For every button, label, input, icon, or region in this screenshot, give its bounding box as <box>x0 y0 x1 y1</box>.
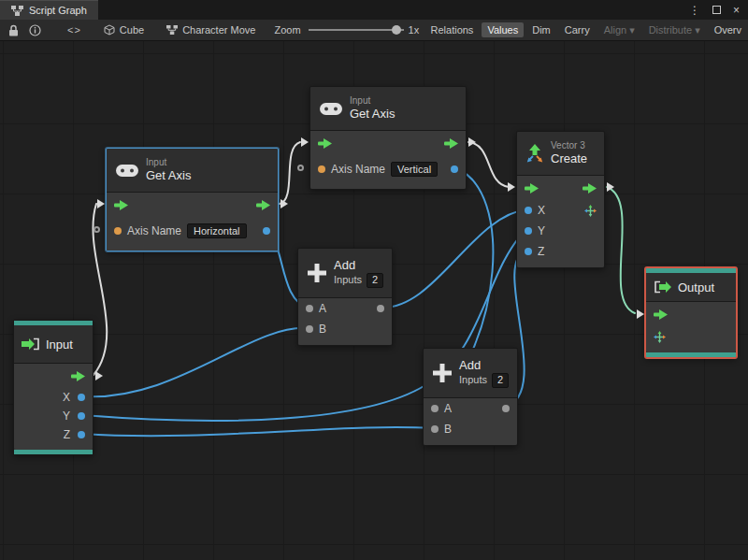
node-graph-output[interactable]: Output <box>645 267 737 358</box>
port-b-label: B <box>444 423 452 436</box>
node-get-axis-horizontal[interactable]: Input Get Axis Axis Name Horizontal <box>106 148 279 251</box>
node-title: Add <box>459 358 509 373</box>
code-icon[interactable]: <> <box>67 24 81 36</box>
sum-out-port[interactable] <box>502 405 510 412</box>
node-accent-strip <box>646 352 736 357</box>
node-vector3-create[interactable]: Vector 3 Create X Y <box>516 131 605 268</box>
green-arrow-in-icon[interactable] <box>654 309 668 320</box>
info-icon[interactable] <box>29 24 41 36</box>
unconnected-port[interactable] <box>297 165 304 171</box>
flow-out-port[interactable] <box>468 137 476 147</box>
axis-name-input[interactable]: Horizontal <box>187 223 247 238</box>
node-get-axis-vertical[interactable]: Input Get Axis Axis Name Vertical <box>309 86 467 190</box>
overview-button[interactable]: Overv <box>709 22 747 37</box>
node-header[interactable]: Add Inputs 2 <box>298 249 392 297</box>
inputs-count-field[interactable]: 2 <box>492 373 509 388</box>
menu-icon[interactable]: ⋮ <box>689 4 700 17</box>
node-category: Input <box>146 157 191 169</box>
distribute-label: Distribute <box>649 24 692 36</box>
zoom-value: 1x <box>409 24 420 36</box>
input-a-port[interactable] <box>306 305 313 312</box>
node-graph-input[interactable]: Input X Y Z <box>13 320 94 455</box>
flow-in-port[interactable] <box>301 137 309 147</box>
vector-out-port-icon[interactable] <box>584 205 597 217</box>
values-button[interactable]: Values <box>482 22 524 37</box>
zoom-slider[interactable] <box>309 25 404 35</box>
node-header[interactable]: Output <box>646 273 736 301</box>
input-b-port[interactable] <box>431 425 439 433</box>
inputs-count-field[interactable]: 2 <box>367 273 383 288</box>
relations-button[interactable]: Relations <box>425 22 480 37</box>
green-arrow-out-icon[interactable] <box>256 200 270 210</box>
flow-in-port[interactable] <box>637 309 644 319</box>
axis-name-port[interactable] <box>114 227 122 235</box>
node-header[interactable]: Vector 3 Create <box>517 132 604 175</box>
node-add-bottom[interactable]: Add Inputs 2 A B <box>423 348 518 446</box>
green-arrow-in-icon[interactable] <box>525 183 539 194</box>
z-out-port[interactable] <box>78 431 85 438</box>
graph-asset-icon <box>166 25 178 35</box>
green-arrow-in-icon[interactable] <box>114 200 128 210</box>
inputs-label: Inputs <box>459 374 487 387</box>
output-arrow-icon <box>654 280 672 294</box>
distribute-button[interactable]: Distribute ▾ <box>643 22 706 38</box>
zoom-slider-handle[interactable] <box>392 25 401 35</box>
node-header[interactable]: Add Inputs 2 <box>424 349 517 397</box>
vector-in-port-icon[interactable] <box>654 331 666 343</box>
flow-out-port[interactable] <box>607 182 614 192</box>
graph-label: Character Move <box>182 24 255 36</box>
align-button[interactable]: Align ▾ <box>598 22 640 38</box>
result-out-port[interactable] <box>451 165 458 173</box>
lock-icon[interactable] <box>8 24 19 36</box>
port-b-label: B <box>319 323 326 336</box>
input-a-port[interactable] <box>431 405 439 412</box>
input-b-port[interactable] <box>306 325 313 333</box>
flow-in-port[interactable] <box>508 182 515 192</box>
node-header[interactable]: Input <box>14 325 93 363</box>
node-title: Get Axis <box>146 168 191 183</box>
zoom-label: Zoom <box>274 24 300 36</box>
node-category: Input <box>350 95 395 108</box>
input-arrow-icon <box>22 337 40 351</box>
green-arrow-out-icon[interactable] <box>444 138 458 149</box>
cube-icon <box>104 24 115 36</box>
x-out-port[interactable] <box>78 394 85 401</box>
flow-out-port[interactable] <box>280 199 288 208</box>
toolbar-toggles: Relations Values Dim Carry Align ▾ Distr… <box>425 22 748 38</box>
green-arrow-out-icon[interactable] <box>583 183 597 194</box>
unconnected-port[interactable] <box>94 226 100 233</box>
node-add-top[interactable]: Add Inputs 2 A B <box>297 248 393 346</box>
tab-script-graph[interactable]: Script Graph <box>0 0 98 20</box>
y-in-port[interactable] <box>525 227 532 235</box>
tab-title: Script Graph <box>29 5 87 16</box>
target-label: Cube <box>120 24 144 36</box>
y-out-port[interactable] <box>78 412 85 420</box>
flow-in-port[interactable] <box>97 199 105 208</box>
node-title: Output <box>678 280 714 294</box>
green-arrow-out-icon[interactable] <box>71 371 85 381</box>
result-out-port[interactable] <box>263 227 270 235</box>
graph-breadcrumb[interactable]: Character Move <box>166 24 255 36</box>
axis-name-input[interactable]: Vertical <box>391 162 438 177</box>
carry-button[interactable]: Carry <box>559 22 596 37</box>
gamepad-icon <box>116 164 138 178</box>
node-title: Input <box>46 337 73 352</box>
node-header[interactable]: Input Get Axis <box>310 87 466 130</box>
axis-name-port[interactable] <box>318 165 325 173</box>
maximize-icon[interactable] <box>712 6 721 14</box>
script-graph-icon <box>11 6 23 16</box>
z-in-port[interactable] <box>525 248 532 255</box>
node-title: Create <box>551 151 587 166</box>
green-arrow-in-icon[interactable] <box>318 138 332 149</box>
chevron-down-icon: ▾ <box>629 24 635 36</box>
port-z-label: Z <box>64 428 70 441</box>
target-breadcrumb[interactable]: Cube <box>104 24 144 36</box>
flow-out-port[interactable] <box>95 371 103 381</box>
x-in-port[interactable] <box>525 207 532 214</box>
close-icon[interactable]: × <box>733 4 740 17</box>
dim-button[interactable]: Dim <box>526 22 556 37</box>
node-header[interactable]: Input Get Axis <box>107 149 278 192</box>
node-accent-strip <box>14 450 93 454</box>
port-a-label: A <box>444 402 452 415</box>
sum-out-port[interactable] <box>377 305 384 312</box>
